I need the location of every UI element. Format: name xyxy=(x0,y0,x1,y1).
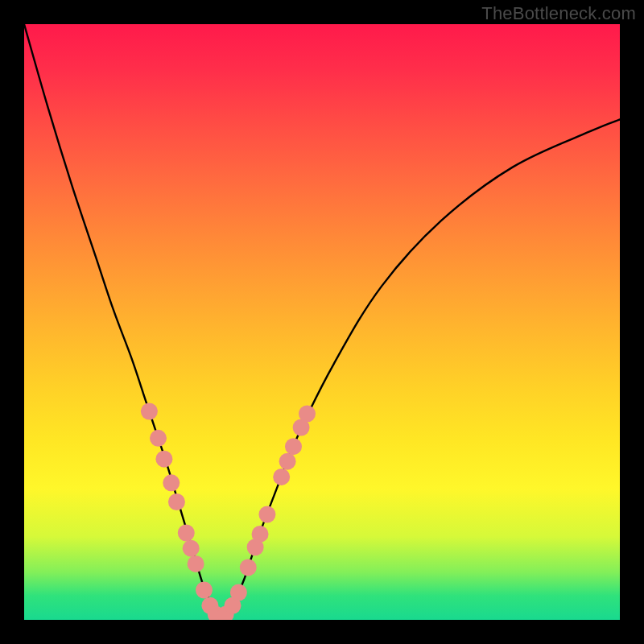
curve-marker xyxy=(141,403,158,420)
plot-area xyxy=(24,24,620,620)
curve-marker xyxy=(178,524,195,541)
curve-svg xyxy=(24,24,620,620)
curve-marker xyxy=(258,506,275,523)
curve-marker xyxy=(273,469,290,485)
curve-marker xyxy=(168,493,185,510)
curve-marker xyxy=(285,438,302,455)
curve-markers xyxy=(141,403,316,621)
chart-container: TheBottleneck.com xyxy=(0,0,644,644)
watermark-text: TheBottleneck.com xyxy=(481,3,636,24)
curve-marker xyxy=(163,474,180,491)
curve-marker xyxy=(150,430,167,447)
curve-marker xyxy=(279,453,296,470)
curve-marker xyxy=(299,405,316,422)
bottleneck-curve xyxy=(24,24,620,617)
curve-marker xyxy=(183,540,200,557)
curve-marker xyxy=(155,451,172,468)
curve-marker xyxy=(196,582,213,599)
curve-marker xyxy=(240,559,257,576)
curve-marker xyxy=(230,584,247,601)
curve-marker xyxy=(252,526,269,543)
curve-marker xyxy=(188,555,204,572)
